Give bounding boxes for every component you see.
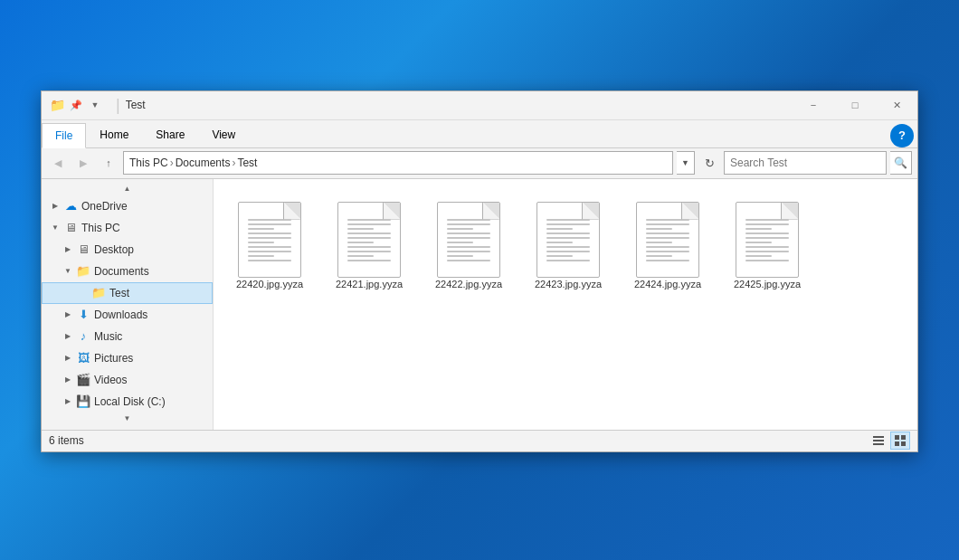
file-line [646, 233, 689, 234]
file-line [646, 223, 689, 225]
file-name-3: 22423.jpg.yyza [535, 278, 602, 290]
file-icon-lines [646, 219, 689, 261]
quick-access-icon[interactable]: 📌 [68, 97, 84, 113]
file-icon-3 [536, 202, 600, 274]
refresh-button[interactable]: ↻ [698, 152, 720, 174]
file-icon-lines [546, 219, 590, 261]
downloads-icon: ⬇ [76, 308, 90, 322]
file-line [347, 260, 391, 261]
file-item-0[interactable]: 22420.jpg.yyza [224, 194, 315, 299]
expand-arrow-onedrive[interactable]: ▶ [49, 200, 62, 213]
sidebar-label-localdisk: Local Disk (C:) [94, 395, 166, 408]
file-explorer-window: 📁 📌 ▼ | Test − □ ✕ File Home Share View … [41, 90, 918, 452]
ribbon: File Home Share View ? [42, 120, 917, 148]
file-line [447, 237, 490, 239]
large-icons-view-button[interactable] [890, 432, 910, 450]
tab-file[interactable]: File [42, 123, 86, 148]
file-line [447, 251, 490, 252]
title-menu-chevron[interactable]: ▼ [87, 97, 103, 113]
file-line [546, 251, 590, 252]
file-line [546, 237, 590, 239]
sidebar-item-localdisk[interactable]: ▶ 💾 Local Disk (C:) [42, 391, 213, 413]
sidebar-item-downloads[interactable]: ▶ ⬇ Downloads [42, 304, 213, 326]
file-item-4[interactable]: 22424.jpg.yyza [622, 194, 713, 299]
expand-arrow-localdisk[interactable]: ▶ [62, 395, 74, 408]
sidebar-scroll-up[interactable]: ▲ [42, 183, 213, 195]
ribbon-tabs: File Home Share View ? [42, 120, 917, 147]
file-line [347, 246, 391, 248]
expand-arrow-thispc[interactable]: ▼ [49, 222, 62, 234]
main-content: ▲ ▶ ☁ OneDrive ▼ 🖥 This PC ▶ 🖥 Desktop [42, 179, 917, 430]
sidebar-label-videos: Videos [94, 374, 127, 386]
tab-share[interactable]: Share [142, 122, 198, 147]
file-line [447, 246, 490, 248]
file-line [248, 260, 291, 261]
details-view-button[interactable] [869, 432, 888, 450]
sidebar-label-downloads: Downloads [94, 308, 147, 321]
file-line [248, 246, 291, 248]
file-item-3[interactable]: 22423.jpg.yyza [523, 194, 613, 299]
file-line [447, 223, 490, 225]
sidebar-item-onedrive[interactable]: ▶ ☁ OneDrive [42, 195, 213, 217]
search-input[interactable] [730, 157, 880, 169]
file-line [745, 219, 789, 221]
file-line [347, 223, 391, 225]
file-line [745, 242, 772, 243]
tab-home[interactable]: Home [86, 122, 142, 147]
expand-arrow-pictures[interactable]: ▶ [62, 352, 74, 365]
close-button[interactable]: ✕ [876, 90, 917, 119]
sidebar: ▲ ▶ ☁ OneDrive ▼ 🖥 This PC ▶ 🖥 Desktop [42, 179, 214, 430]
file-line [447, 233, 490, 234]
expand-arrow-videos[interactable]: ▶ [62, 374, 74, 386]
sidebar-item-test[interactable]: 📁 Test [42, 282, 213, 304]
maximize-button[interactable]: □ [834, 90, 876, 119]
sidebar-label-documents: Documents [94, 265, 149, 278]
file-item-5[interactable]: 22425.jpg.yyza [722, 194, 812, 299]
up-button[interactable]: ↑ [98, 152, 119, 174]
sidebar-item-music[interactable]: ▶ ♪ Music [42, 326, 213, 347]
file-line [248, 228, 274, 230]
file-line [347, 233, 391, 234]
file-item-1[interactable]: 22421.jpg.yyza [324, 194, 414, 299]
file-line [646, 251, 689, 252]
file-line [248, 223, 291, 225]
expand-arrow-music[interactable]: ▶ [62, 330, 74, 343]
svg-rect-4 [901, 435, 906, 440]
onedrive-icon: ☁ [63, 199, 78, 214]
file-line [347, 237, 391, 239]
file-line [248, 219, 291, 221]
file-icon-shape [636, 202, 699, 278]
expand-arrow-downloads[interactable]: ▶ [62, 308, 74, 321]
forward-button[interactable]: ▶ [72, 152, 94, 174]
file-line [347, 228, 374, 230]
file-name-0: 22420.jpg.yyza [236, 278, 303, 290]
help-button[interactable]: ? [890, 124, 914, 147]
desktop-icon: 🖥 [76, 242, 90, 257]
expand-arrow-documents[interactable]: ▼ [62, 265, 74, 278]
file-item-2[interactable]: 22422.jpg.yyza [423, 194, 514, 299]
minimize-button[interactable]: − [793, 90, 834, 119]
music-icon: ♪ [76, 329, 90, 344]
file-line [248, 237, 291, 239]
status-bar: 6 items [42, 430, 917, 451]
sidebar-item-videos[interactable]: ▶ 🎬 Videos [42, 369, 213, 391]
search-box[interactable] [724, 151, 887, 175]
expand-arrow-desktop[interactable]: ▶ [62, 243, 74, 256]
sidebar-item-thispc[interactable]: ▼ 🖥 This PC [42, 217, 213, 239]
file-line [546, 228, 573, 230]
file-icon-shape [337, 202, 401, 278]
sidebar-scroll-down[interactable]: ▼ [42, 413, 213, 425]
sidebar-item-documents[interactable]: ▼ 📁 Documents [42, 261, 213, 282]
address-path[interactable]: This PC › Documents › Test [123, 151, 673, 175]
back-button[interactable]: ◀ [47, 152, 69, 174]
address-dropdown-btn[interactable]: ▼ [677, 151, 695, 175]
file-line [347, 242, 374, 243]
search-submit-button[interactable]: 🔍 [890, 151, 912, 175]
file-line [646, 255, 672, 257]
tab-view[interactable]: View [198, 122, 249, 147]
sidebar-label-thispc: This PC [81, 222, 120, 234]
videos-icon: 🎬 [76, 373, 90, 387]
path-test: Test [237, 157, 257, 169]
sidebar-item-pictures[interactable]: ▶ 🖼 Pictures [42, 347, 213, 369]
sidebar-item-desktop[interactable]: ▶ 🖥 Desktop [42, 239, 213, 261]
